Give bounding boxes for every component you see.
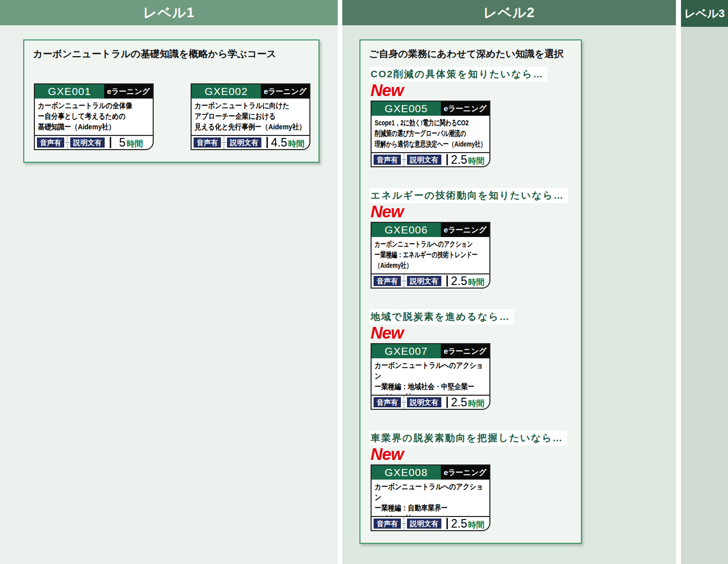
level1-header-label: レベル1 bbox=[143, 4, 195, 22]
course-card-gxe002: GXE002 eラーニング カーボンニュートラルに向けた アプローチー企業におけ… bbox=[191, 83, 310, 150]
duration-value: 2.5 bbox=[451, 396, 467, 409]
duration-unit: 時間 bbox=[468, 277, 484, 288]
audio-badge: 音声有 bbox=[194, 137, 221, 148]
section-label-automotive: 車業界の脱炭素動向を把握したいなら… bbox=[369, 431, 567, 446]
plus-separator-icon bbox=[403, 275, 404, 287]
card-footer: 音声有 説明文有 2.5 時間 bbox=[372, 396, 489, 409]
duration: 2.5 時間 bbox=[448, 274, 487, 288]
course-title: カーボンニュートラルの全体像 ー自分事として考えるための 基礎知識ー（Aidem… bbox=[35, 99, 153, 136]
duration-unit: 時間 bbox=[468, 399, 484, 409]
elearning-tag: eラーニング bbox=[441, 223, 489, 237]
audio-badge: 音声有 bbox=[37, 137, 64, 148]
course-code: GXE001 bbox=[35, 84, 104, 99]
course-title: カーボンニュートラルへのアクション ー業種編：地域社会・中堅企業ー （Aidem… bbox=[372, 358, 489, 396]
level2-header-label: レベル2 bbox=[483, 4, 535, 22]
duration-value: 2.5 bbox=[451, 274, 467, 288]
card-header: GXE008 eラーニング bbox=[372, 465, 489, 480]
course-title: カーボンニュートラルに向けた アプローチー企業における 見える化と先行事例ー（A… bbox=[192, 99, 309, 136]
card-header: GXE002 eラーニング bbox=[192, 84, 309, 99]
caption-badge: 説明文有 bbox=[407, 276, 441, 286]
course-card-gxe006: GXE006 eラーニング カーボンニュートラルへのアクション ー業種編：エネル… bbox=[371, 222, 490, 289]
section-label-energy: エネルギーの技術動向を知りたいなら… bbox=[369, 188, 568, 203]
course-title: カーボンニュートラルへのアクション ー業種編：エネルギーの技術トレンドー （Ai… bbox=[372, 237, 489, 274]
card-footer: 音声有 説明文有 4.5 時間 bbox=[192, 136, 309, 149]
elearning-tag: eラーニング bbox=[441, 344, 489, 358]
audio-badge: 音声有 bbox=[374, 519, 401, 529]
course-title-text: カーボンニュートラルに向けた アプローチー企業における 見える化と先行事例ー（A… bbox=[195, 100, 306, 132]
course-code: GXE005 bbox=[372, 102, 441, 116]
plus-separator-icon bbox=[403, 518, 404, 530]
duration-unit: 時間 bbox=[126, 139, 143, 150]
duration: 2.5 時間 bbox=[448, 396, 487, 409]
duration: 2.5 時間 bbox=[448, 517, 487, 531]
audio-badge: 音声有 bbox=[374, 276, 401, 286]
section-label-co2: CO2削減の具体策を知りたいなら… bbox=[369, 67, 548, 82]
level1-course-box: カーボンニュートラルの基礎知識を概略から学ぶコース GXE001 eラーニング … bbox=[23, 39, 320, 163]
duration: 5 時間 bbox=[111, 136, 151, 150]
course-title-text: Scope1，2に効く!電力に関わるCO2 削減策の選び方ーグローバル潮流の 理… bbox=[375, 117, 486, 149]
level2-box-title: ご自身の業務にあわせて深めたい知識を選択 bbox=[369, 48, 564, 61]
card-header: GXE005 eラーニング bbox=[372, 102, 489, 116]
course-title-text: カーボンニュートラルの全体像 ー自分事として考えるための 基礎知識ー（Aidem… bbox=[38, 100, 150, 132]
level3-header: レベル3 bbox=[681, 0, 728, 27]
plus-separator-icon bbox=[67, 136, 68, 149]
course-title-text: カーボンニュートラルへのアクション ー業種編：自動車業界ー （Aidemy社） bbox=[375, 481, 486, 517]
level3-header-label: レベル3 bbox=[685, 6, 725, 21]
audio-badge: 音声有 bbox=[374, 397, 401, 407]
course-code: GXE002 bbox=[192, 84, 261, 99]
level1-box-title: カーボンニュートラルの基礎知識を概略から学ぶコース bbox=[33, 48, 277, 61]
course-code: GXE007 bbox=[372, 344, 441, 358]
card-footer: 音声有 説明文有 2.5 時間 bbox=[372, 153, 489, 166]
course-card-gxe001: GXE001 eラーニング カーボンニュートラルの全体像 ー自分事として考えるた… bbox=[34, 83, 154, 150]
duration-unit: 時間 bbox=[468, 520, 484, 531]
course-card-gxe005: GXE005 eラーニング Scope1，2に効く!電力に関わるCO2 削減策の… bbox=[371, 101, 490, 167]
course-code: GXE008 bbox=[372, 465, 441, 480]
audio-badge: 音声有 bbox=[374, 155, 401, 165]
new-badge: New bbox=[371, 324, 403, 341]
level1-header: レベル1 bbox=[0, 0, 338, 25]
caption-badge: 説明文有 bbox=[407, 397, 441, 407]
card-footer: 音声有 説明文有 5 時間 bbox=[35, 136, 153, 149]
elearning-tag: eラーニング bbox=[441, 102, 489, 116]
duration-value: 2.5 bbox=[451, 153, 467, 167]
new-badge: New bbox=[371, 203, 403, 220]
elearning-tag: eラーニング bbox=[261, 84, 309, 99]
duration: 4.5 時間 bbox=[268, 136, 307, 150]
card-footer: 音声有 説明文有 2.5 時間 bbox=[372, 517, 489, 530]
level2-column: レベル2 ご自身の業務にあわせて深めたい知識を選択 CO2削減の具体策を知りたい… bbox=[342, 0, 676, 564]
card-footer: 音声有 説明文有 2.5 時間 bbox=[372, 274, 489, 288]
elearning-tag: eラーニング bbox=[104, 84, 153, 99]
plus-separator-icon bbox=[403, 154, 404, 166]
caption-badge: 説明文有 bbox=[407, 519, 441, 529]
caption-badge: 説明文有 bbox=[407, 155, 441, 165]
course-title-text: カーボンニュートラルへのアクション ー業種編：エネルギーの技術トレンドー （Ai… bbox=[375, 239, 486, 270]
card-header: GXE006 eラーニング bbox=[372, 223, 489, 237]
section-label-region: 地域で脱炭素を進めるなら… bbox=[369, 309, 514, 324]
duration-value: 2.5 bbox=[451, 517, 467, 531]
card-header: GXE001 eラーニング bbox=[35, 84, 153, 99]
elearning-tag: eラーニング bbox=[441, 465, 489, 480]
duration-value: 4.5 bbox=[271, 136, 287, 150]
plus-separator-icon bbox=[223, 136, 224, 149]
caption-badge: 説明文有 bbox=[70, 137, 105, 148]
course-card-gxe007: GXE007 eラーニング カーボンニュートラルへのアクション ー業種編：地域社… bbox=[371, 343, 490, 410]
course-card-gxe008: GXE008 eラーニング カーボンニュートラルへのアクション ー業種編：自動車… bbox=[371, 464, 490, 531]
level2-course-box: ご自身の業務にあわせて深めたい知識を選択 CO2削減の具体策を知りたいなら… N… bbox=[359, 39, 582, 544]
duration-unit: 時間 bbox=[288, 139, 304, 150]
card-header: GXE007 eラーニング bbox=[372, 344, 489, 358]
level1-column: レベル1 カーボンニュートラルの基礎知識を概略から学ぶコース GXE001 eラ… bbox=[0, 0, 338, 564]
duration: 2.5 時間 bbox=[448, 153, 487, 167]
level2-header: レベル2 bbox=[342, 0, 676, 25]
new-badge: New bbox=[371, 446, 403, 462]
course-code: GXE006 bbox=[372, 223, 441, 237]
caption-badge: 説明文有 bbox=[227, 137, 261, 148]
course-title: Scope1，2に効く!電力に関わるCO2 削減策の選び方ーグローバル潮流の 理… bbox=[372, 116, 489, 153]
duration-unit: 時間 bbox=[468, 156, 484, 167]
course-title-text: カーボンニュートラルへのアクション ー業種編：地域社会・中堅企業ー （Aidem… bbox=[375, 360, 486, 396]
course-title: カーボンニュートラルへのアクション ー業種編：自動車業界ー （Aidemy社） bbox=[372, 480, 489, 517]
new-badge: New bbox=[371, 82, 403, 99]
plus-separator-icon bbox=[403, 396, 404, 408]
level3-column: レベル3 bbox=[681, 0, 728, 564]
duration-value: 5 bbox=[119, 136, 126, 150]
